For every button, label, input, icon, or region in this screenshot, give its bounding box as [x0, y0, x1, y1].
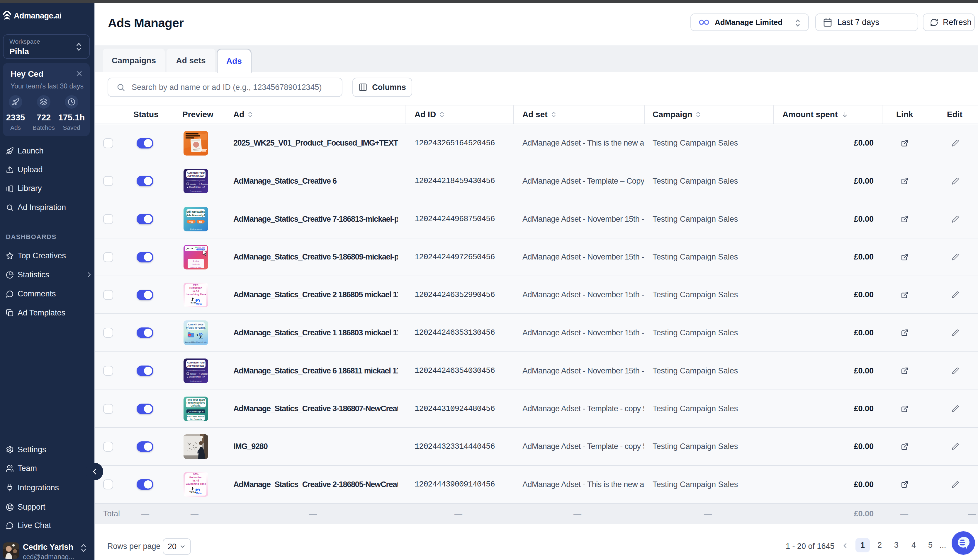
svg-text:⤸ Admanage.ai: ⤸ Admanage.ai [190, 380, 202, 382]
svg-text:in Ad: in Ad [192, 290, 199, 293]
svg-text:Let Them Focus: Let Them Focus [187, 415, 205, 418]
svg-text:Meta: Meta [196, 302, 202, 305]
svg-text:No: No [199, 220, 202, 223]
svg-text:Launch 100s of Ads in 1 min: Launch 100s of Ads in 1 min [185, 341, 207, 343]
svg-text:Launching Time: Launching Time [186, 482, 206, 485]
svg-text:On Growth: On Growth [190, 418, 202, 421]
svg-text:⤸ Admanage.ai: ⤸ Admanage.ai [188, 410, 204, 413]
svg-text:⎈A: ⎈A [202, 376, 205, 378]
svg-text:Ad Workflows: Ad Workflows [187, 175, 204, 177]
svg-text:box: box [197, 186, 201, 188]
svg-text:TikTok: TikTok [189, 491, 196, 493]
svg-text:of Ads in <1min.: of Ads in <1min. [186, 326, 206, 329]
svg-text:Ad Workflows: Ad Workflows [187, 364, 204, 367]
svg-text:⎗ Dropbox: ⎗ Dropbox [199, 373, 208, 375]
svg-text:⎈A: ⎈A [202, 186, 205, 188]
svg-text:TK: TK [189, 335, 191, 336]
svg-text:in Ad: in Ad [192, 479, 199, 482]
svg-text:Launching Time: Launching Time [186, 293, 206, 296]
svg-text:box: box [197, 376, 201, 378]
svg-text:1 minute: 1 minute [191, 263, 200, 266]
svg-text:⤸ Admanage.ai: ⤸ Admanage.ai [190, 190, 202, 192]
svg-text:▲ SharePoint: ▲ SharePoint [187, 186, 199, 188]
svg-text:Meta: Meta [196, 492, 202, 495]
svg-text:monday: monday [190, 183, 197, 185]
svg-text:⎗ Dropbox: ⎗ Dropbox [199, 183, 208, 185]
svg-text:Connect all tools you love: Connect all tools you love [186, 180, 205, 182]
svg-text:96%: 96% [193, 283, 199, 286]
svg-text:Connect all tools you love: Connect all tools you love [186, 370, 205, 372]
svg-text:Still Uploading: Still Uploading [186, 210, 205, 213]
svg-text:From Repetitive: From Repetitive [186, 401, 205, 404]
svg-text:TikTok: TikTok [189, 302, 196, 304]
svg-text:Automate Your: Automate Your [187, 171, 205, 174]
svg-text:Launch 100s: Launch 100s [188, 323, 204, 326]
svg-text:Reduction: Reduction [189, 476, 202, 479]
svg-text:Yes: Yes [189, 220, 194, 223]
svg-text:monday: monday [190, 373, 197, 375]
svg-text:Automate Your: Automate Your [187, 361, 205, 364]
svg-text:▲ SharePoint: ▲ SharePoint [187, 376, 199, 378]
svg-text:⤸ Admanage.ai: ⤸ Admanage.ai [190, 228, 202, 230]
svg-text:96%: 96% [193, 473, 199, 476]
svg-text:Uploads.: Uploads. [191, 404, 201, 407]
svg-text:100s of ads: 100s of ads [190, 266, 201, 268]
svg-text:TikTok: TikTok [199, 338, 203, 340]
svg-text:Reduction: Reduction [189, 287, 202, 289]
svg-text:1 click: 1 click [192, 260, 199, 262]
svg-text:Free Your Team: Free Your Team [187, 398, 205, 401]
svg-text:Ads Manually?: Ads Manually? [186, 214, 206, 217]
